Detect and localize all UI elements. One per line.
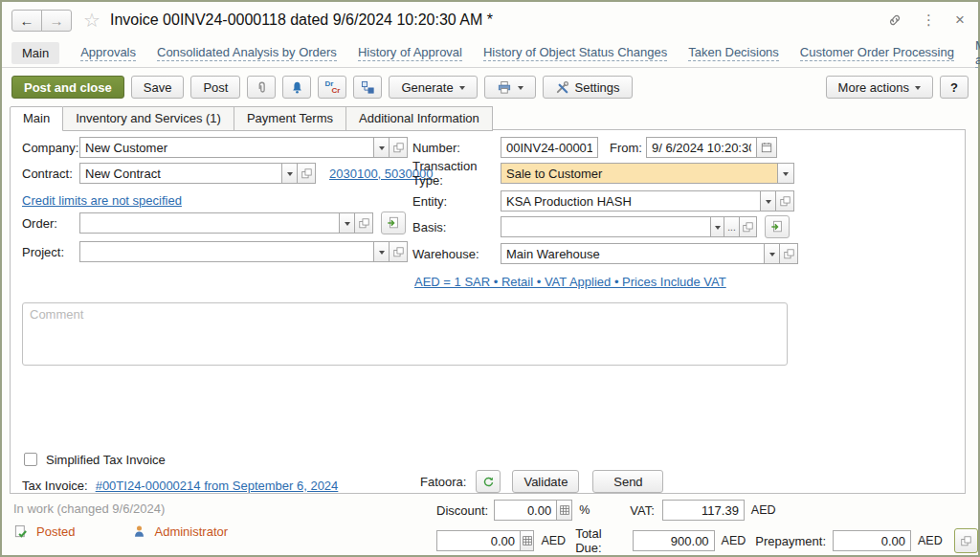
more-actions-button[interactable]: More actions <box>826 76 933 99</box>
menu-item-history-object-status[interactable]: History of Object Status Changes <box>483 45 667 61</box>
calculator-icon <box>560 505 569 515</box>
menu-item-taken-decisions[interactable]: Taken Decisions <box>688 45 779 61</box>
generate-button[interactable]: Generate <box>389 76 477 99</box>
tab-payment-terms[interactable]: Payment Terms <box>234 106 346 131</box>
open-item-icon <box>301 168 312 179</box>
basis-dropdown-button[interactable] <box>710 216 724 237</box>
project-open-button[interactable] <box>389 241 408 262</box>
chevron-down-icon <box>287 172 293 179</box>
more-actions-label: More actions <box>838 80 909 95</box>
contract-input[interactable] <box>79 163 282 184</box>
fatoora-refresh-button[interactable] <box>476 470 501 493</box>
contract-open-button[interactable] <box>297 163 316 184</box>
discount-amount-input[interactable] <box>436 530 521 551</box>
from-date-input[interactable] <box>646 137 757 158</box>
payments-open-button[interactable] <box>954 528 978 553</box>
open-item-icon <box>784 249 794 259</box>
discount-calculator-button[interactable] <box>556 500 572 521</box>
settings-button[interactable]: Settings <box>543 76 633 99</box>
back-button[interactable]: ← <box>11 10 42 32</box>
comment-textarea[interactable] <box>22 302 788 366</box>
paperclip-icon <box>255 80 269 95</box>
discount-percent-input[interactable] <box>494 500 557 521</box>
total-due-input[interactable] <box>633 530 715 551</box>
prepayment-input[interactable] <box>833 530 911 551</box>
get-link-icon[interactable] <box>887 12 902 28</box>
menu-item-customer-order-processing[interactable]: Customer Order Processing <box>800 45 954 61</box>
order-input[interactable] <box>79 212 340 234</box>
prepayment-label: Prepayment: <box>755 534 826 548</box>
command-menu-bar: Main Approvals Consolidated Analysis by … <box>2 38 978 68</box>
discount-amount-calculator-button[interactable] <box>520 530 534 551</box>
close-icon[interactable]: × <box>955 11 965 30</box>
posted-status-link[interactable]: Posted <box>36 524 75 539</box>
vat-currency: AED <box>751 503 776 517</box>
transaction-type-row: Transaction Type: <box>412 163 794 184</box>
tax-invoice-link[interactable]: #00TI24-00000214 from September 6, 2024 <box>96 479 339 493</box>
tab-inventory-and-services[interactable]: Inventory and Services (1) <box>63 106 234 131</box>
fatoora-row: Fatoora: Validate Send <box>420 471 663 492</box>
favorite-star-icon[interactable]: ☆ <box>83 11 100 30</box>
entity-open-button[interactable] <box>775 190 794 212</box>
tab-additional-information[interactable]: Additional Information <box>346 106 493 131</box>
invoice-window: ← → ☆ Invoice 00INV24-0000118 dated 9/6/… <box>0 0 980 557</box>
company-open-button[interactable] <box>389 137 408 158</box>
responsible-user-link[interactable]: Administrator <box>154 524 228 539</box>
contract-dropdown-button[interactable] <box>281 163 298 184</box>
status-row: Posted Administrator <box>13 524 228 539</box>
basis-create-based-on-button[interactable] <box>765 215 790 238</box>
order-open-button[interactable] <box>354 212 373 234</box>
warehouse-input[interactable] <box>501 243 765 264</box>
number-input[interactable] <box>501 137 598 158</box>
company-dropdown-button[interactable] <box>373 137 390 158</box>
document-status-text: In work (changed 9/6/2024) <box>13 501 165 516</box>
menu-item-history-of-approval[interactable]: History of Approval <box>358 45 462 61</box>
dr-cr-postings-button[interactable]: DrCr <box>318 76 346 99</box>
post-and-close-button[interactable]: Post and close <box>11 76 124 99</box>
transaction-type-input[interactable] <box>501 163 778 184</box>
menu-more-actions[interactable]: More actions... <box>975 38 980 68</box>
menu-item-main[interactable]: Main <box>11 42 59 64</box>
post-button[interactable]: Post <box>190 76 240 99</box>
related-documents-button[interactable] <box>353 76 382 99</box>
reminder-button[interactable] <box>282 76 311 99</box>
credit-limits-row: Credit limits are not specified <box>22 189 182 211</box>
project-input[interactable] <box>79 241 374 262</box>
menu-item-approvals[interactable]: Approvals <box>80 45 136 61</box>
basis-open-button[interactable] <box>739 216 757 237</box>
help-button[interactable]: ? <box>940 76 969 99</box>
pricing-terms-link[interactable]: AED = 1 SAR • Retail • VAT Applied • Pri… <box>414 275 726 289</box>
company-input[interactable] <box>79 137 374 158</box>
order-dropdown-button[interactable] <box>339 212 355 234</box>
vat-input[interactable] <box>662 500 745 521</box>
totals-row-2: AED Total Due: AED Prepayment: AED <box>415 526 978 555</box>
forward-button[interactable]: → <box>41 10 72 32</box>
forward-arrow-icon: → <box>50 12 64 29</box>
from-calendar-button[interactable] <box>756 137 777 158</box>
basis-choose-button[interactable]: ... <box>724 216 740 237</box>
simplified-tax-checkbox[interactable] <box>24 453 37 466</box>
transaction-type-dropdown-button[interactable] <box>777 163 794 184</box>
credit-limits-link[interactable]: Credit limits are not specified <box>22 193 182 208</box>
fatoora-send-button[interactable]: Send <box>592 470 663 493</box>
discount-label: Discount: <box>436 503 488 518</box>
printer-icon <box>497 80 512 95</box>
menu-item-consolidated-analysis[interactable]: Consolidated Analysis by Orders <box>157 45 337 61</box>
basis-input[interactable] <box>501 216 711 237</box>
order-create-based-on-button[interactable] <box>381 212 406 234</box>
project-row: Project: <box>22 241 408 262</box>
dr-cr-icon: DrCr <box>324 79 340 95</box>
entity-input[interactable] <box>501 190 761 212</box>
warehouse-dropdown-button[interactable] <box>764 243 780 264</box>
warehouse-open-button[interactable] <box>779 243 798 264</box>
fatoora-validate-button[interactable]: Validate <box>512 470 579 493</box>
attachments-button[interactable] <box>247 76 276 99</box>
print-button[interactable] <box>484 76 536 99</box>
entity-dropdown-button[interactable] <box>760 190 776 212</box>
tab-main[interactable]: Main <box>10 106 63 131</box>
order-row: Order: <box>22 212 406 234</box>
save-button[interactable]: Save <box>131 76 185 99</box>
project-dropdown-button[interactable] <box>373 241 390 262</box>
nav-history-group: ← → <box>11 10 72 32</box>
more-menu-icon[interactable]: ⋮ <box>922 11 936 29</box>
